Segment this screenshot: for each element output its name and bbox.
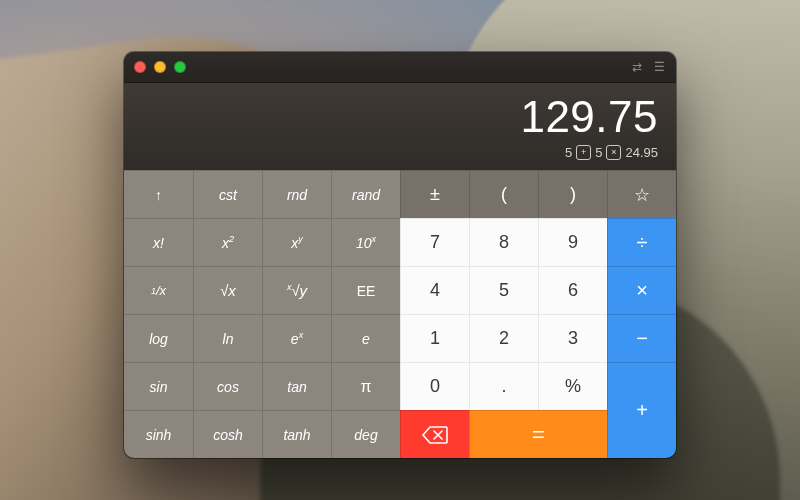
shift-up-button[interactable]: ↑ bbox=[124, 170, 193, 218]
tan-button[interactable]: tan bbox=[262, 362, 331, 410]
percent-button[interactable]: % bbox=[538, 362, 607, 410]
keypad: ↑ cst rnd rand ± ( ) ☆ x! x2 xy 10x 7 8 bbox=[124, 170, 676, 458]
round-button[interactable]: rnd bbox=[262, 170, 331, 218]
history-icon[interactable]: ☰ bbox=[652, 60, 666, 74]
sin-button[interactable]: sin bbox=[124, 362, 193, 410]
display: 129.75 5 + 5 × 24.95 bbox=[124, 83, 676, 170]
titlebar: ⇄ ☰ bbox=[124, 52, 676, 83]
tanh-button[interactable]: tanh bbox=[262, 410, 331, 458]
ln-button[interactable]: ln bbox=[193, 314, 262, 362]
zoom-button[interactable] bbox=[174, 61, 186, 73]
reciprocal-button[interactable]: 1/x bbox=[124, 266, 193, 314]
random-button[interactable]: rand bbox=[331, 170, 400, 218]
cosh-button[interactable]: cosh bbox=[193, 410, 262, 458]
digit-5-button[interactable]: 5 bbox=[469, 266, 538, 314]
factorial-button[interactable]: x! bbox=[124, 218, 193, 266]
expr-part: 5 bbox=[565, 145, 572, 160]
euler-e-button[interactable]: e bbox=[331, 314, 400, 362]
e-power-x-button[interactable]: ex bbox=[262, 314, 331, 362]
plus-minus-button[interactable]: ± bbox=[400, 170, 469, 218]
digit-7-button[interactable]: 7 bbox=[400, 218, 469, 266]
plus-button[interactable]: + bbox=[607, 362, 676, 458]
close-button[interactable] bbox=[134, 61, 146, 73]
log-button[interactable]: log bbox=[124, 314, 193, 362]
degree-mode-button[interactable]: deg bbox=[331, 410, 400, 458]
digit-1-button[interactable]: 1 bbox=[400, 314, 469, 362]
backspace-icon bbox=[422, 426, 448, 444]
multiply-icon: × bbox=[636, 279, 648, 302]
backspace-button[interactable] bbox=[400, 410, 469, 458]
star-icon: ☆ bbox=[634, 184, 650, 206]
plus-chip-icon: + bbox=[576, 145, 591, 160]
digit-4-button[interactable]: 4 bbox=[400, 266, 469, 314]
calculator-window: ⇄ ☰ 129.75 5 + 5 × 24.95 ↑ cst rnd rand … bbox=[124, 52, 676, 458]
ee-button[interactable]: EE bbox=[331, 266, 400, 314]
digit-0-button[interactable]: 0 bbox=[400, 362, 469, 410]
square-root-button[interactable]: √x bbox=[193, 266, 262, 314]
digit-6-button[interactable]: 6 bbox=[538, 266, 607, 314]
minus-button[interactable]: − bbox=[607, 314, 676, 362]
minimize-button[interactable] bbox=[154, 61, 166, 73]
ten-power-x-button[interactable]: 10x bbox=[331, 218, 400, 266]
sinh-button[interactable]: sinh bbox=[124, 410, 193, 458]
equals-button[interactable]: = bbox=[469, 410, 607, 458]
swap-icon[interactable]: ⇄ bbox=[630, 60, 644, 74]
display-expression: 5 + 5 × 24.95 bbox=[142, 145, 658, 160]
x-squared-button[interactable]: x2 bbox=[193, 218, 262, 266]
multiply-button[interactable]: × bbox=[607, 266, 676, 314]
x-power-y-button[interactable]: xy bbox=[262, 218, 331, 266]
digit-2-button[interactable]: 2 bbox=[469, 314, 538, 362]
pi-button[interactable]: π bbox=[331, 362, 400, 410]
favorite-button[interactable]: ☆ bbox=[607, 170, 676, 218]
cos-button[interactable]: cos bbox=[193, 362, 262, 410]
y-root-button[interactable]: x√y bbox=[262, 266, 331, 314]
times-chip-icon: × bbox=[606, 145, 621, 160]
display-result: 129.75 bbox=[142, 93, 658, 141]
constant-button[interactable]: cst bbox=[193, 170, 262, 218]
minus-icon: − bbox=[636, 327, 648, 350]
equals-icon: = bbox=[532, 422, 545, 448]
divide-icon: ÷ bbox=[637, 231, 648, 254]
digit-8-button[interactable]: 8 bbox=[469, 218, 538, 266]
right-paren-button[interactable]: ) bbox=[538, 170, 607, 218]
digit-3-button[interactable]: 3 bbox=[538, 314, 607, 362]
plus-icon: + bbox=[636, 399, 648, 422]
arrow-up-icon: ↑ bbox=[155, 187, 162, 203]
left-paren-button[interactable]: ( bbox=[469, 170, 538, 218]
expr-part: 24.95 bbox=[625, 145, 658, 160]
decimal-button[interactable]: . bbox=[469, 362, 538, 410]
expr-part: 5 bbox=[595, 145, 602, 160]
divide-button[interactable]: ÷ bbox=[607, 218, 676, 266]
digit-9-button[interactable]: 9 bbox=[538, 218, 607, 266]
